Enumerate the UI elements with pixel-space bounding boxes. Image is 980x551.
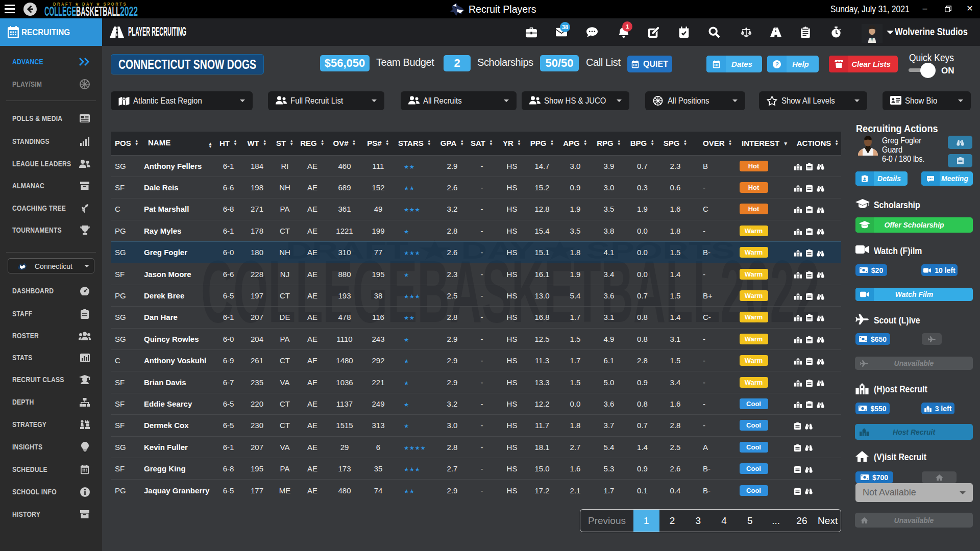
svg-text:CONNECTICUT SNOW DOGS: CONNECTICUT SNOW DOGS	[118, 57, 256, 72]
svg-text:2022: 2022	[120, 4, 138, 18]
svg-text:BASKETBALL: BASKETBALL	[76, 4, 120, 18]
svg-text:?: ?	[775, 61, 779, 67]
svg-text:PLAYER RECRUITING: PLAYER RECRUITING	[128, 24, 186, 38]
svg-text:COLLEGE: COLLEGE	[44, 4, 76, 18]
